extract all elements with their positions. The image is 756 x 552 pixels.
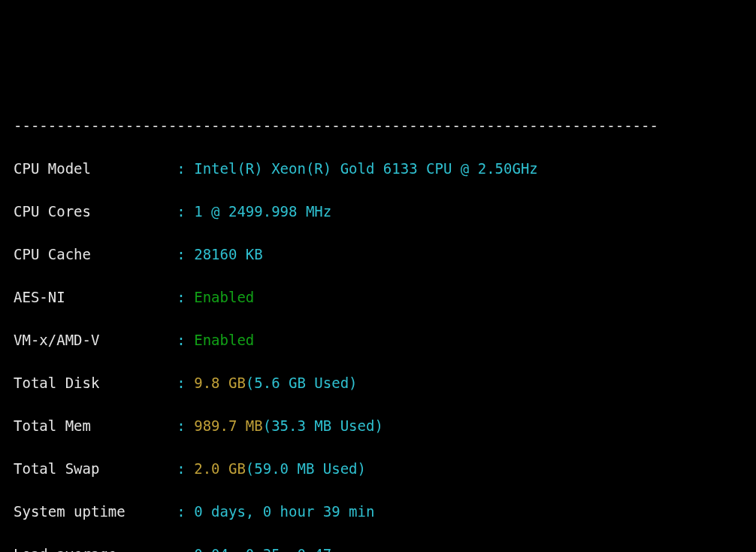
colon: :: [177, 201, 194, 223]
value-extra: (59.0 MB Used): [246, 458, 366, 480]
label: Total Mem: [14, 415, 177, 437]
value: 0 days, 0 hour 39 min: [194, 501, 374, 523]
label: Total Disk: [14, 372, 177, 394]
row-uptime: System uptime:0 days, 0 hour 39 min: [14, 501, 742, 523]
label: CPU Cache: [14, 244, 177, 265]
colon: :: [177, 372, 194, 394]
row-total-disk: Total Disk:9.8 GB (5.6 GB Used): [14, 372, 742, 394]
colon: :: [177, 329, 194, 351]
value: Enabled: [194, 329, 254, 351]
colon: :: [177, 458, 194, 480]
divider: ----------------------------------------…: [14, 115, 742, 137]
value: Enabled: [194, 287, 254, 308]
row-aes-ni: AES-NI:Enabled: [14, 287, 742, 308]
colon: :: [177, 501, 194, 523]
value: 1 @ 2499.998 MHz: [194, 201, 331, 223]
label: Load average: [14, 544, 177, 553]
label: AES-NI: [14, 287, 177, 308]
row-vmx: VM-x/AMD-V:Enabled: [14, 329, 742, 351]
value: 9.8 GB: [194, 372, 246, 394]
colon: :: [177, 415, 194, 437]
label: System uptime: [14, 501, 177, 523]
colon: :: [177, 544, 194, 553]
row-cpu-cache: CPU Cache:28160 KB: [14, 244, 742, 265]
label: Total Swap: [14, 458, 177, 480]
row-cpu-model: CPU Model:Intel(R) Xeon(R) Gold 6133 CPU…: [14, 158, 742, 180]
row-cpu-cores: CPU Cores:1 @ 2499.998 MHz: [14, 201, 742, 223]
value: 0.04, 0.35, 0.47: [194, 544, 331, 553]
row-load: Load average:0.04, 0.35, 0.47: [14, 544, 742, 553]
row-total-mem: Total Mem:989.7 MB (35.3 MB Used): [14, 415, 742, 437]
colon: :: [177, 244, 194, 265]
value: Intel(R) Xeon(R) Gold 6133 CPU @ 2.50GHz: [194, 158, 538, 180]
row-total-swap: Total Swap:2.0 GB (59.0 MB Used): [14, 458, 742, 480]
label: CPU Model: [14, 158, 177, 180]
value: 28160 KB: [194, 244, 263, 265]
label: VM-x/AMD-V: [14, 329, 177, 351]
colon: :: [177, 287, 194, 308]
value-extra: (5.6 GB Used): [246, 372, 358, 394]
colon: :: [177, 158, 194, 180]
terminal-output: ----------------------------------------…: [14, 93, 742, 552]
value: 2.0 GB: [194, 458, 246, 480]
label: CPU Cores: [14, 201, 177, 223]
value: 989.7 MB: [194, 415, 263, 437]
value-extra: (35.3 MB Used): [263, 415, 383, 437]
